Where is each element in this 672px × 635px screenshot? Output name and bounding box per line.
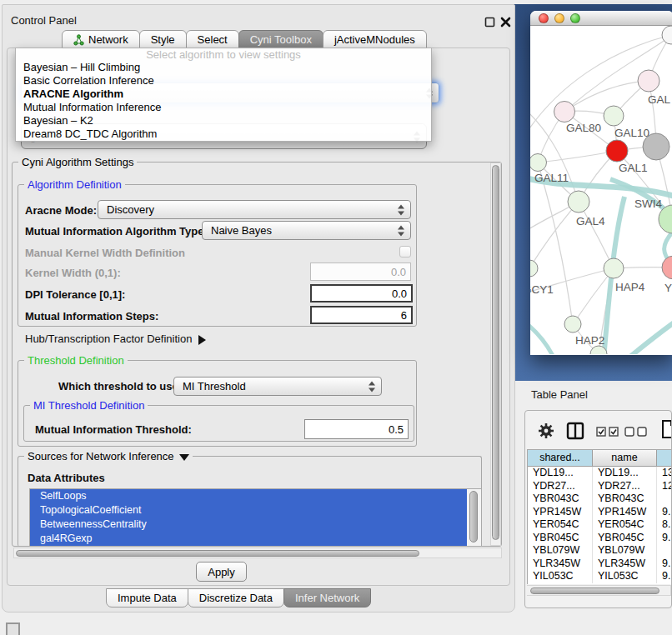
network-node-gal80[interactable]: [554, 102, 575, 122]
attributes-scrollbar-track[interactable]: [467, 489, 481, 546]
hub-definition-toggle[interactable]: Hub/Transcription Factor Definition: [25, 332, 206, 345]
table-cell[interactable]: YIL053C: [593, 570, 657, 583]
attribute-item-topologicalcoefficient[interactable]: TopologicalCoefficient: [30, 503, 467, 518]
data-attributes-list[interactable]: SelfLoopsTopologicalCoefficientBetweenne…: [29, 488, 482, 547]
new-table-document-icon[interactable]: [661, 419, 672, 439]
table-cell[interactable]: 8.: [657, 518, 672, 532]
table-cell[interactable]: YER054C: [528, 518, 593, 532]
table-cell[interactable]: YBL079W: [593, 544, 657, 558]
table-cell[interactable]: YPR145W: [593, 506, 657, 519]
column-header-shared[interactable]: shared...: [528, 450, 593, 467]
tab-select[interactable]: Select: [186, 30, 239, 49]
which-threshold-combo[interactable]: MI Threshold: [173, 377, 382, 396]
algorithm-option-bayesian-hill-climbing[interactable]: Bayesian – Hill Climbing: [16, 61, 431, 74]
table-cell[interactable]: YLR345W: [528, 558, 593, 571]
tab-cyni-toolbox[interactable]: Cyni Toolbox: [238, 30, 323, 49]
table-cell[interactable]: 12: [657, 480, 672, 493]
kernel-width-field[interactable]: 0.0: [310, 262, 411, 281]
table-row[interactable]: YIL053CYIL053C9.: [528, 570, 672, 583]
network-node-gal4[interactable]: [568, 191, 589, 212]
close-icon[interactable]: [500, 17, 511, 28]
table-cell[interactable]: YDL19...: [593, 467, 657, 480]
minimized-panel-icon[interactable]: [6, 622, 20, 635]
attribute-item-gal4rgexp[interactable]: gal4RGexp: [30, 532, 467, 546]
table-cell[interactable]: YDL19...: [528, 467, 593, 480]
column-header-name[interactable]: name: [593, 450, 657, 467]
network-node-gal10[interactable]: [604, 106, 624, 126]
minimize-traffic-light-icon[interactable]: [554, 13, 564, 23]
tab-style[interactable]: Style: [139, 30, 187, 49]
table-cell[interactable]: YLR345W: [593, 558, 657, 571]
table-cell[interactable]: 9.: [657, 558, 672, 571]
algorithm-option-aracne-algorithm[interactable]: ARACNE Algorithm: [16, 88, 431, 101]
network-edge[interactable]: [538, 151, 617, 162]
table-cell[interactable]: YIL053C: [528, 570, 593, 583]
zoom-traffic-light-icon[interactable]: [570, 13, 580, 23]
table-row[interactable]: YBL079WYBL079W: [528, 544, 672, 558]
network-node-y[interactable]: [662, 256, 672, 279]
table-row[interactable]: YER054CYER054C8.: [528, 518, 672, 532]
table-cell[interactable]: YBL079W: [528, 544, 593, 558]
mi-type-combo[interactable]: Naive Bayes: [202, 221, 411, 240]
mi-threshold-field[interactable]: 0.5: [304, 419, 409, 439]
network-node-gal[interactable]: [638, 70, 659, 92]
dpi-tolerance-field[interactable]: 0.0: [310, 284, 413, 302]
network-edge[interactable]: [579, 202, 614, 268]
settings-scrollbar-track[interactable]: [490, 162, 501, 546]
table-row[interactable]: YBR045CYBR045C9.: [528, 532, 672, 545]
table-row[interactable]: YBR043CYBR043C: [528, 492, 672, 506]
table-cell[interactable]: YBR045C: [528, 532, 593, 545]
network-edge[interactable]: [530, 202, 579, 268]
table-cell[interactable]: 9.: [657, 532, 672, 545]
network-node-gcy1[interactable]: [530, 260, 538, 277]
network-node-hap4[interactable]: [604, 258, 624, 278]
columns-icon[interactable]: [566, 422, 584, 440]
table-cell[interactable]: YER054C: [593, 518, 657, 532]
table-cell[interactable]: 9.: [657, 506, 672, 519]
deselect-all-checkboxes-icon[interactable]: [624, 427, 648, 437]
sources-group-title[interactable]: Sources for Network Inference: [24, 450, 193, 462]
network-node-hap2[interactable]: [564, 316, 581, 332]
table-cell[interactable]: YPR145W: [528, 506, 593, 519]
table-row[interactable]: YPR145WYPR145W9.: [528, 506, 672, 519]
table-cell[interactable]: [657, 492, 672, 506]
attribute-item-betweennesscentrality[interactable]: BetweennessCentrality: [30, 518, 467, 532]
table-cell[interactable]: YBR045C: [593, 532, 657, 545]
aracne-mode-combo[interactable]: Discovery: [98, 200, 411, 219]
node-table[interactable]: shared...name YDL19...YDL19...13YDR27...…: [527, 449, 672, 584]
close-traffic-light-icon[interactable]: [539, 13, 549, 23]
table-cell[interactable]: 13: [657, 467, 672, 480]
table-cell[interactable]: YBR043C: [528, 492, 593, 506]
table-row[interactable]: YDR27...YDR27...12: [528, 480, 672, 493]
settings-hscrollbar-track[interactable]: [13, 548, 502, 558]
network-edge-weighted[interactable]: [530, 318, 555, 354]
table-hscrollbar-thumb[interactable]: [530, 588, 659, 594]
tab-jactivemnodules[interactable]: jActiveMNodules: [323, 30, 427, 49]
table-cell[interactable]: YDR27...: [528, 480, 593, 493]
float-panel-icon[interactable]: [484, 17, 495, 28]
algorithm-option-bayesian-k2[interactable]: Bayesian – K2: [16, 114, 431, 128]
table-cell[interactable]: 9.: [657, 570, 672, 583]
table-cell[interactable]: YDR27...: [593, 480, 657, 493]
algorithm-option-mutual-information-inference[interactable]: Mutual Information Inference: [16, 101, 431, 114]
tab-impute-data[interactable]: Impute Data: [106, 588, 188, 608]
table-cell[interactable]: YBR043C: [593, 492, 657, 506]
attribute-item-selfloops[interactable]: SelfLoops: [30, 489, 467, 503]
network-node-gal11[interactable]: [530, 154, 547, 172]
manual-kernel-checkbox[interactable]: [399, 246, 411, 258]
table-row[interactable]: YLR345WYLR345W9.: [528, 558, 672, 571]
tab-discretize-data[interactable]: Discretize Data: [188, 588, 284, 608]
network-window-titlebar[interactable]: [530, 11, 672, 26]
network-graph[interactable]: GALGAL80GAL10GAL1GAL11GAL4SWI4YHAP4GCY1H…: [530, 26, 672, 354]
column-header-partial[interactable]: [657, 450, 672, 467]
table-cell[interactable]: [657, 544, 672, 558]
network-node-gal1[interactable]: [606, 140, 628, 162]
settings-scrollbar-thumb[interactable]: [492, 165, 499, 540]
settings-hscrollbar-thumb[interactable]: [16, 550, 419, 557]
network-view-canvas[interactable]: GALGAL80GAL10GAL1GAL11GAL4SWI4YHAP4GCY1H…: [530, 26, 672, 354]
table-hscrollbar-track[interactable]: [527, 585, 671, 596]
select-all-checkboxes-icon[interactable]: [596, 427, 619, 437]
network-edge[interactable]: [564, 81, 649, 112]
algorithm-option-dream8-dc-tdc-algorithm[interactable]: Dream8 DC_TDC Algorithm: [16, 128, 431, 141]
network-edge-weighted[interactable]: [627, 319, 672, 354]
